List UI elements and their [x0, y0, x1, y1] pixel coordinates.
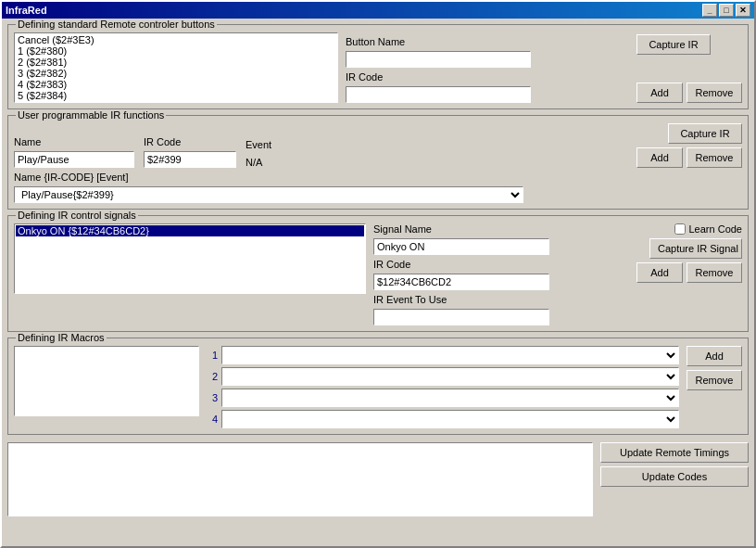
section3-label: Defining IR control signals [16, 210, 138, 221]
title-bar: InfraRed _ □ ✕ [2, 2, 754, 19]
macro-select-4[interactable] [222, 411, 678, 427]
add-button-1[interactable]: Add [636, 83, 683, 103]
list-item[interactable]: 5 ($2#384) [16, 90, 336, 101]
section1-inputs: Button Name IR Code [346, 36, 631, 103]
section4-buttons: Add Remove [687, 346, 742, 390]
list-item[interactable]: 4 ($2#383) [16, 79, 336, 90]
name-col-label: Name [14, 136, 134, 147]
section3-inputs: Signal Name IR Code IR Event To Use [373, 223, 629, 325]
button-name-label: Button Name [346, 36, 631, 47]
maximize-button[interactable]: □ [719, 4, 734, 17]
capture-ir-button-2[interactable]: Capture IR [668, 123, 742, 144]
macro-row-1: 1 [207, 346, 679, 364]
section3-list-container: Onkyo ON {$12#34CB6CD2} [14, 223, 366, 294]
name-ir-event-label: Name {IR-CODE} [Event] [14, 172, 523, 183]
ir-signals-listbox[interactable]: Onkyo ON {$12#34CB6CD2} [14, 223, 366, 294]
ir-code-label: IR Code [346, 71, 631, 83]
section3-content: Onkyo ON {$12#34CB6CD2} Signal Name IR C… [14, 223, 742, 325]
section3-group: Defining IR control signals Onkyo ON {$1… [7, 215, 749, 332]
section1-buttons: Capture IR Add Remove [636, 32, 742, 103]
section4-dropdowns: 1 2 3 [207, 346, 679, 428]
macro-num-4: 4 [207, 414, 218, 425]
section2-buttons: Capture IR Add Remove [636, 123, 742, 168]
name-ir-event-dropdown[interactable]: Play/Pause{$2#399} [14, 186, 523, 203]
signal-name-label: Signal Name [373, 223, 629, 235]
section3-fields: Signal Name IR Code IR Event To Use [373, 223, 742, 325]
add-button-4[interactable]: Add [687, 346, 742, 366]
title-bar-buttons: _ □ ✕ [702, 4, 750, 17]
macro-select-1[interactable] [222, 347, 678, 363]
close-button[interactable]: ✕ [736, 4, 750, 17]
ir-code-col-group: IR Code [144, 136, 236, 168]
list-item[interactable]: Cancel ($2#3E3) [16, 34, 336, 45]
section3-top-row: Signal Name IR Code IR Event To Use [373, 223, 742, 325]
list-item[interactable]: 1 ($2#380) [16, 45, 336, 57]
add-button-2[interactable]: Add [636, 147, 683, 168]
signal-name-group: Signal Name [373, 223, 629, 255]
add-button-3[interactable]: Add [636, 262, 683, 283]
learn-code-label: Learn Code [689, 223, 743, 235]
macro-row-4: 4 [207, 410, 679, 428]
section1-group: Defining standard Remote controler butto… [7, 24, 749, 109]
macro-list[interactable] [14, 346, 199, 416]
section1-top-row: Button Name IR Code Capture IR [346, 32, 742, 103]
macro-num-3: 3 [207, 392, 218, 403]
remove-button-1[interactable]: Remove [687, 83, 742, 103]
ir-code-input[interactable] [346, 86, 531, 103]
name-col-group: Name [14, 136, 134, 168]
event-value: N/A [246, 154, 271, 168]
ir-code-field-2[interactable] [144, 151, 236, 168]
section5-buttons: Update Remote Timings Update Codes [600, 442, 749, 541]
update-remote-timings-button[interactable]: Update Remote Timings [600, 442, 749, 463]
section1-label: Defining standard Remote controler butto… [16, 19, 217, 30]
section2-group: User programmable IR functions Name IR C… [7, 115, 749, 210]
update-codes-button[interactable]: Update Codes [600, 466, 749, 487]
ir-code-s3-label: IR Code [373, 259, 629, 270]
ir-code-s3-group: IR Code [373, 259, 629, 290]
remote-buttons-listbox[interactable]: Cancel ($2#3E3) 1 ($2#380) 2 ($2#381) 3 … [14, 32, 338, 103]
macro-row-3: 3 [207, 389, 679, 407]
ir-code-s3-input[interactable] [373, 274, 549, 290]
remove-button-3[interactable]: Remove [687, 262, 742, 283]
section1-content: Cancel ($2#3E3) 1 ($2#380) 2 ($2#381) 3 … [14, 32, 742, 103]
event-col-group: Event N/A [246, 139, 271, 168]
name-field[interactable] [14, 151, 134, 168]
remove-button-4[interactable]: Remove [687, 370, 742, 390]
macro-select-3[interactable] [222, 389, 678, 406]
section1-list-container: Cancel ($2#3E3) 1 ($2#380) 2 ($2#381) 3 … [14, 32, 338, 103]
section4-content: 1 2 3 [14, 346, 742, 428]
name-ir-event-group: Name {IR-CODE} [Event] Play/Pause{$2#399… [14, 172, 523, 203]
ir-event-input[interactable] [373, 309, 549, 325]
section2-label: User programmable IR functions [16, 109, 166, 121]
macro-select-2[interactable] [222, 368, 678, 385]
macro-num-2: 2 [207, 371, 218, 382]
macro-row-2: 2 [207, 367, 679, 386]
remove-button-2[interactable]: Remove [687, 147, 742, 168]
section2-content: Name IR Code Event N/A Capture IR [14, 123, 742, 203]
signal-name-input[interactable] [373, 238, 549, 255]
event-col-label: Event [246, 139, 271, 150]
window-title: InfraRed [6, 5, 702, 16]
list-item[interactable]: 3 ($2#382) [16, 68, 336, 79]
button-name-group: Button Name [346, 36, 631, 68]
window-content: Defining standard Remote controler butto… [2, 19, 754, 546]
section2-row1: Name IR Code Event N/A Capture IR [14, 123, 742, 168]
macro-num-1: 1 [207, 350, 218, 361]
section4-label: Defining IR Macros [16, 332, 107, 343]
learn-code-row: Learn Code [674, 223, 743, 235]
ir-event-group: IR Event To Use [373, 294, 629, 325]
button-name-input[interactable] [346, 51, 531, 68]
section4-list [14, 346, 199, 416]
ir-code-col-label: IR Code [144, 136, 236, 147]
list-item[interactable]: 2 ($2#381) [16, 57, 336, 68]
list-item[interactable]: Onkyo ON {$12#34CB6CD2} [16, 225, 364, 236]
capture-ir-signal-button[interactable]: Capture IR Signal [649, 238, 742, 259]
section4-group: Defining IR Macros 1 2 [7, 338, 749, 435]
capture-ir-button-1[interactable]: Capture IR [636, 34, 711, 55]
learn-code-checkbox[interactable] [674, 223, 686, 235]
minimize-button[interactable]: _ [702, 4, 717, 17]
section5-textarea[interactable] [7, 442, 593, 516]
ir-event-label: IR Event To Use [373, 294, 629, 305]
main-window: InfraRed _ □ ✕ Defining standard Remote … [0, 0, 756, 548]
section3-buttons: Learn Code Capture IR Signal Add Remove [636, 223, 742, 283]
